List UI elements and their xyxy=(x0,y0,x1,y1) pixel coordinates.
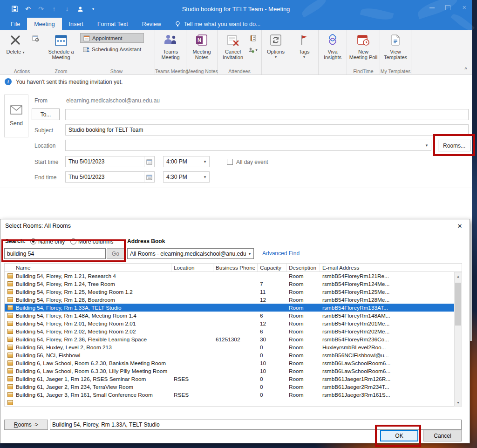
search-input[interactable] xyxy=(4,248,106,259)
response-options-button[interactable]: ▾ xyxy=(247,45,259,54)
end-date-picker-icon[interactable] xyxy=(144,172,154,182)
calendar-search-button[interactable] xyxy=(30,34,41,43)
address-book-button[interactable] xyxy=(247,34,259,43)
table-row[interactable]: Building 54, Florey, Rm 2.02, Meeting Ro… xyxy=(5,327,454,335)
start-time-input[interactable]: 4:00 PM ▾ xyxy=(163,156,210,167)
go-button[interactable]: Go xyxy=(107,248,124,259)
rooms-button[interactable]: Rooms... xyxy=(438,140,470,151)
start-date-picker-icon[interactable] xyxy=(144,156,154,167)
tab-review[interactable]: Review xyxy=(135,18,168,30)
scroll-up-icon[interactable]: ▲ xyxy=(455,272,462,280)
undo-icon[interactable]: ↶ xyxy=(24,5,32,13)
start-time-dropdown-icon[interactable]: ▾ xyxy=(201,159,209,164)
rooms-selected-field[interactable] xyxy=(50,420,462,430)
to-input[interactable] xyxy=(65,109,469,120)
room-icon xyxy=(7,305,13,310)
meeting-form: Send From elearning.medicalschool@anu.ed… xyxy=(0,90,472,188)
name-only-label: Name only xyxy=(38,238,65,245)
dialog-titlebar: Select Rooms: All Rooms ✕ xyxy=(0,219,470,232)
dropdown-caret-icon: ▾ xyxy=(255,48,257,52)
table-row[interactable]: Building 54, Florey, Rm 1.28, Boardroom … xyxy=(5,296,454,304)
to-button[interactable]: To... xyxy=(32,109,60,120)
meeting-poll-icon xyxy=(355,33,371,48)
move-up-icon[interactable]: ↑ xyxy=(50,5,58,13)
table-row[interactable]: Building 54, Florey, Rm 2.01, Meeting Ro… xyxy=(5,319,454,327)
end-time-input[interactable]: 4:30 PM ▾ xyxy=(163,171,210,183)
schedule-meeting-button[interactable]: Schedule a Meeting xyxy=(46,31,76,60)
cancel-invitation-button[interactable]: Cancel Invitation xyxy=(219,31,246,60)
column-header-business-phone[interactable]: Business Phone xyxy=(213,264,258,272)
save-icon[interactable] xyxy=(11,5,19,13)
meeting-notes-button[interactable]: N Meeting Notes xyxy=(188,31,215,60)
start-time-label: Start time xyxy=(34,159,58,165)
tell-me-box[interactable]: Tell me what you want to do... xyxy=(175,18,261,30)
scroll-down-icon[interactable]: ▼ xyxy=(455,399,462,406)
viva-insights-button[interactable]: Viva Insights xyxy=(320,31,345,60)
location-dropdown-icon[interactable]: ▾ xyxy=(422,143,431,148)
move-down-icon[interactable]: ↓ xyxy=(63,5,71,13)
subject-input[interactable] xyxy=(65,124,469,136)
tab-insert[interactable]: Insert xyxy=(62,18,90,30)
view-templates-button[interactable]: View Templates xyxy=(382,31,409,60)
close-button[interactable]: ✕ xyxy=(461,5,467,11)
end-date-input[interactable]: Thu 5/01/2023 xyxy=(65,171,155,183)
collapse-ribbon-icon[interactable]: ^ xyxy=(464,66,467,73)
room-icon xyxy=(7,289,13,294)
advanced-find-link[interactable]: Advanced Find xyxy=(262,250,300,257)
from-value: elearning.medicalschool@anu.edu.au xyxy=(66,97,160,104)
start-date-input[interactable]: Thu 5/01/2023 xyxy=(65,156,155,167)
more-columns-radio[interactable] xyxy=(70,238,76,244)
room-icon xyxy=(7,297,13,302)
column-header-capacity[interactable]: Capacity xyxy=(258,264,286,272)
table-row[interactable]: Building 56, NCI, Fishbowl 0 Room rsmbB5… xyxy=(5,351,454,359)
table-row[interactable]: Building 54, Florey, Rm 2.36, Flexible L… xyxy=(5,335,454,343)
table-row[interactable]: Building 54, Florey, Rm 1.48A, Meeting R… xyxy=(5,312,454,319)
tab-meeting[interactable]: Meeting xyxy=(27,18,61,30)
group-show: Appointment Scheduling Assistant Show xyxy=(78,30,155,75)
tab-file[interactable]: File xyxy=(4,18,27,30)
column-header-name[interactable]: Name xyxy=(5,264,171,272)
appointment-button[interactable]: Appointment xyxy=(80,33,144,43)
new-meeting-poll-button[interactable]: New Meeting Poll xyxy=(349,31,378,60)
all-day-checkbox[interactable] xyxy=(227,159,233,165)
table-row[interactable]: Building 54, Florey, Rm 1.24, Tree Room … xyxy=(5,280,454,288)
table-row[interactable]: Building 61, Jaeger 2, Rm 234, TerraView… xyxy=(5,383,454,391)
table-row[interactable]: Building 6, Law School, Room 6.2.30, Ban… xyxy=(5,359,454,367)
name-only-radio[interactable] xyxy=(30,238,36,244)
dropdown-caret-icon: ▾ xyxy=(22,50,24,54)
qat-customize-icon[interactable]: ▾ xyxy=(89,5,97,13)
table-row[interactable]: Building 56, Huxley, Level 2, Room 213 0… xyxy=(5,343,454,351)
location-input[interactable]: ▾ xyxy=(65,140,431,151)
address-book-select[interactable]: All Rooms - elearning.medicalschool@anu.… xyxy=(127,248,254,259)
room-list: Building 54, Florey, Rm 1.21, Research 4… xyxy=(4,272,454,407)
table-row[interactable]: Building 54, Florey, Rm 1.25, Meeting Ro… xyxy=(5,288,454,296)
table-row[interactable]: Building 54, Florey, Rm 1.21, Research 4… xyxy=(5,272,454,280)
column-header-description[interactable]: Description xyxy=(286,264,320,272)
column-header-email[interactable]: E-mail Address xyxy=(320,264,462,272)
dialog-close-icon[interactable]: ✕ xyxy=(452,220,468,231)
cancel-button[interactable]: Cancel xyxy=(423,430,462,441)
send-button[interactable]: Send xyxy=(4,95,28,137)
table-row[interactable]: Building 61, Jaeger 1, Rm 126, RSES Semi… xyxy=(5,375,454,383)
tell-me-label: Tell me what you want to do... xyxy=(184,21,261,27)
table-row[interactable] xyxy=(5,399,454,407)
room-icon xyxy=(7,345,13,350)
teams-meeting-button[interactable]: Teams Meeting xyxy=(157,31,184,60)
ok-button[interactable]: OK xyxy=(380,430,418,441)
list-scrollbar[interactable]: ▲ ▼ xyxy=(454,272,462,407)
contact-icon[interactable] xyxy=(76,5,84,13)
tab-format-text[interactable]: Format Text xyxy=(90,18,135,30)
table-row[interactable]: Building 54, Florey, Rm 1.33A, TELT Stud… xyxy=(5,304,454,312)
rooms-assign-button[interactable]: Rooms -> xyxy=(4,420,48,430)
delete-button[interactable]: Delete ▾ xyxy=(2,31,29,55)
ribbon: Delete ▾ Actions Schedule a Meeting Zoom xyxy=(0,30,472,75)
scheduling-assistant-button[interactable]: Scheduling Assistant xyxy=(80,44,144,54)
column-header-location[interactable]: Location xyxy=(171,264,213,272)
end-time-dropdown-icon[interactable]: ▾ xyxy=(201,175,209,179)
table-row[interactable]: Building 6, Law School, Room 6.3.30, Lil… xyxy=(5,367,454,375)
options-button[interactable]: Options ▾ xyxy=(264,31,288,60)
scrollbar-thumb[interactable] xyxy=(455,283,461,326)
tags-button[interactable]: Tags ▾ xyxy=(292,31,316,60)
redo-icon[interactable]: ↷ xyxy=(37,5,45,13)
table-row[interactable]: Building 61, Jaeger 3, Rm 161, Small Con… xyxy=(5,391,454,399)
